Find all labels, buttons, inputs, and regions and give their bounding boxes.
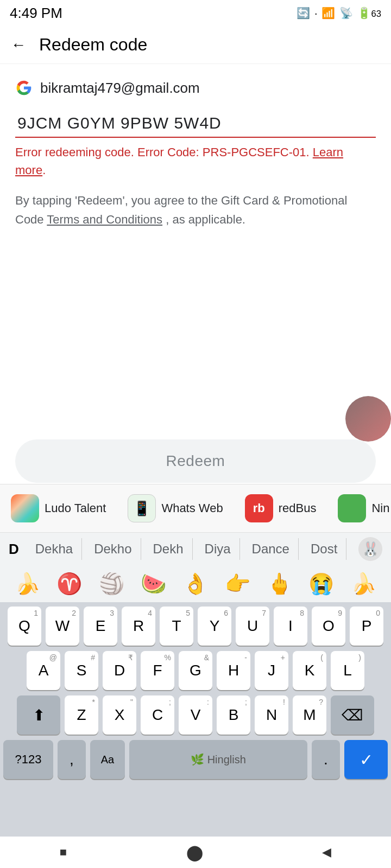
signal-icon: 📶 [321, 7, 335, 20]
status-time: 4:49 PM [10, 5, 62, 22]
key-v[interactable]: :V [179, 695, 212, 735]
nav-back-button[interactable]: ■ [60, 845, 67, 859]
nav-recent-button[interactable]: ◀ [322, 845, 331, 859]
app-label-redbus: redBus [279, 501, 317, 515]
key-i[interactable]: 8I [274, 607, 307, 646]
word-suggestions: D Dekha Dekho Dekh Diya Dance Dost 🐰 [0, 533, 391, 565]
emoji-cry[interactable]: 😭 [308, 572, 334, 596]
word-dekho[interactable]: Dekho [85, 538, 141, 560]
key-r[interactable]: 4R [122, 607, 155, 646]
ludo-icon [11, 494, 39, 522]
word-diya[interactable]: Diya [196, 538, 240, 560]
error-message: Error redeeming code. Error Code: PRS-PG… [15, 143, 376, 179]
key-n[interactable]: !N [255, 695, 288, 735]
key-x[interactable]: "X [103, 695, 136, 735]
code-input[interactable] [15, 110, 376, 137]
app-item-whats[interactable]: 📱 Whats Web [117, 494, 234, 522]
keyboard-row-2: @A #S ₹D %F &G -H +J (K )L [3, 651, 388, 690]
main-content: bikramtaj479@gmail.com Error redeeming c… [0, 64, 391, 229]
status-icons: 🔄 · 📶 📡 🔋63 [297, 7, 381, 20]
back-button[interactable]: ← [11, 36, 26, 54]
key-s[interactable]: #S [65, 651, 98, 690]
keyboard-row-1: 1Q 2W 3E 4R 5T 6Y 7U 8I 9O 0P [3, 607, 388, 646]
word-dekh[interactable]: Dekh [144, 538, 193, 560]
key-d[interactable]: ₹D [103, 651, 136, 690]
key-l[interactable]: )L [331, 651, 364, 690]
app-item-nin[interactable]: Nin [327, 494, 391, 522]
battery-icon: 🔋63 [357, 7, 381, 20]
emoji-banana2[interactable]: 🍌 [351, 572, 376, 596]
google-icon [15, 79, 33, 97]
key-enter[interactable]: ✓ [344, 740, 388, 779]
key-y[interactable]: 6Y [198, 607, 231, 646]
key-numbers[interactable]: ?123 [3, 740, 53, 779]
account-row: bikramtaj479@gmail.com [15, 79, 376, 97]
word-dost[interactable]: Dost [302, 538, 346, 560]
dot-icon: · [314, 7, 318, 20]
nav-home-button[interactable]: ⬤ [186, 844, 203, 861]
word-dance[interactable]: Dance [243, 538, 299, 560]
whats-icon: 📱 [128, 494, 156, 522]
nin-icon [338, 494, 366, 522]
redeem-button-wrapper: Redeem [15, 439, 376, 483]
key-m[interactable]: ?M [293, 695, 326, 735]
key-c[interactable]: ;C [141, 695, 174, 735]
emoji-watermelon[interactable]: 🍉 [141, 572, 166, 596]
app-item-redbus[interactable]: rb redBus [234, 494, 327, 522]
key-period[interactable]: . [312, 740, 340, 779]
emoji-row: 🍌 ♈ 🏐 🍉 👌 👉 🖕 😭 🍌 [0, 565, 391, 602]
key-h[interactable]: -H [217, 651, 250, 690]
emoji-volleyball[interactable]: 🏐 [99, 572, 124, 596]
key-backspace[interactable]: ⌫ [331, 695, 374, 735]
terms-text: By tapping 'Redeem', you agree to the Gi… [15, 191, 376, 229]
key-e[interactable]: 3E [84, 607, 117, 646]
emoji-finger[interactable]: 🖕 [267, 572, 292, 596]
key-q[interactable]: 1Q [8, 607, 41, 646]
key-space[interactable]: 🌿 Hinglish [129, 740, 307, 779]
account-email: bikramtaj479@gmail.com [40, 80, 200, 97]
word-dekha[interactable]: Dekha [27, 538, 82, 560]
terms-link[interactable]: Terms and Conditions [47, 213, 162, 226]
emoji-aries[interactable]: ♈ [56, 572, 82, 596]
key-comma[interactable]: , [58, 740, 86, 779]
keyboard: 1Q 2W 3E 4R 5T 6Y 7U 8I 9O 0P @A #S ₹D %… [0, 602, 391, 837]
avatar [345, 396, 391, 442]
app-item-ludo[interactable]: Ludo Talent [0, 494, 117, 522]
code-input-wrapper [15, 110, 376, 138]
emoji-banana1[interactable]: 🍌 [15, 572, 40, 596]
app-label-whats: Whats Web [161, 501, 223, 515]
header: ← Redeem code [0, 26, 391, 64]
emoji-ok[interactable]: 👌 [182, 572, 208, 596]
key-j[interactable]: +J [255, 651, 288, 690]
key-t[interactable]: 5T [160, 607, 193, 646]
avatar-image [345, 396, 391, 442]
word-letter: D [9, 541, 19, 558]
key-b[interactable]: ;B [217, 695, 250, 735]
key-translate[interactable]: Aa [90, 740, 125, 779]
app-label-ludo: Ludo Talent [45, 501, 106, 515]
emoji-point[interactable]: 👉 [225, 572, 250, 596]
key-u[interactable]: 7U [236, 607, 269, 646]
keyboard-row-4: ?123 , Aa 🌿 Hinglish . ✓ [3, 740, 388, 779]
key-f[interactable]: %F [141, 651, 174, 690]
key-w[interactable]: 2W [46, 607, 79, 646]
key-o[interactable]: 9O [312, 607, 345, 646]
app-suggestions-bar: Ludo Talent 📱 Whats Web rb redBus Nin [0, 484, 391, 533]
key-g[interactable]: &G [179, 651, 212, 690]
app-label-nin: Nin [371, 501, 389, 515]
redeem-button[interactable]: Redeem [15, 439, 376, 483]
key-p[interactable]: 0P [350, 607, 383, 646]
key-shift[interactable]: ⬆ [17, 695, 60, 735]
page-title: Redeem code [39, 35, 147, 55]
key-k[interactable]: (K [293, 651, 326, 690]
wifi-icon: 📡 [339, 7, 353, 20]
bottom-nav: ■ ⬤ ◀ [0, 837, 391, 868]
redbus-icon: rb [245, 494, 273, 522]
messenger-icon: 🔄 [297, 7, 310, 20]
keyboard-row-3: ⬆ *Z "X ;C :V ;B !N ?M ⌫ [3, 695, 388, 735]
key-z[interactable]: *Z [65, 695, 98, 735]
status-bar: 4:49 PM 🔄 · 📶 📡 🔋63 [0, 0, 391, 26]
key-a[interactable]: @A [27, 651, 60, 690]
emoji-suggest-avatar[interactable]: 🐰 [358, 537, 382, 561]
